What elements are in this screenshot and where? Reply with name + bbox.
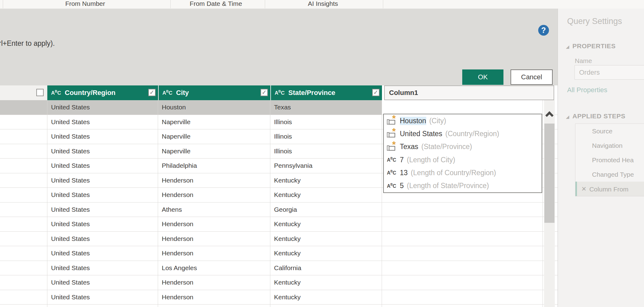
state-province-cell[interactable]: Pennsylvania (270, 159, 382, 173)
new-column-cell[interactable] (384, 217, 543, 231)
row-number-cell[interactable] (0, 173, 47, 188)
state-province-cell[interactable]: Texas (270, 100, 382, 115)
new-column-cell[interactable] (384, 290, 543, 305)
ribbon-group-ai-insights[interactable]: AI Insights (308, 0, 338, 7)
table-row[interactable] (0, 305, 558, 307)
state-province-cell[interactable]: Illinois (270, 129, 382, 144)
country-region-cell[interactable]: United States (47, 188, 158, 202)
table-row[interactable]: United StatesHendersonKentucky (0, 232, 558, 246)
state-province-cell[interactable]: Kentucky (270, 188, 382, 202)
column-header-country-region[interactable]: ABC Country/Region (47, 85, 158, 100)
collapse-triangle-icon[interactable]: ◢ (566, 114, 569, 119)
table-row[interactable]: United StatesHendersonKentucky (0, 275, 558, 290)
row-number-cell[interactable] (0, 188, 47, 202)
suggestion-item[interactable]: *Houston(City) (384, 114, 542, 127)
suggestion-item[interactable]: *Texas(State/Province) (384, 140, 542, 153)
applied-step-item[interactable]: Source (575, 124, 644, 138)
properties-section-header[interactable]: ◢PROPERTIES (566, 42, 616, 50)
table-row[interactable]: United StatesLos AngelesCalifornia (0, 261, 558, 276)
ribbon-group-from-number[interactable]: From Number (65, 0, 105, 7)
row-number-cell[interactable] (0, 159, 47, 173)
row-number-cell[interactable] (0, 232, 47, 246)
country-region-cell[interactable]: United States (47, 129, 158, 144)
new-column-cell[interactable] (384, 275, 543, 290)
suggestion-item[interactable]: ABC7(Length of City) (384, 153, 542, 166)
city-cell[interactable]: Los Angeles (158, 261, 270, 275)
country-region-cell[interactable]: United States (47, 100, 158, 115)
city-cell[interactable]: Henderson (158, 290, 270, 305)
state-province-cell[interactable]: Kentucky (270, 246, 382, 261)
new-column-header[interactable]: Column1 (384, 85, 554, 100)
city-cell[interactable]: Naperville (158, 115, 270, 129)
applied-step-item[interactable]: ×Column From (575, 182, 644, 196)
table-row[interactable]: United StatesAthensGeorgia (0, 203, 558, 217)
city-cell[interactable]: Henderson (158, 232, 270, 246)
column-checkbox[interactable] (372, 89, 380, 96)
new-column-cell[interactable] (384, 246, 543, 261)
table-row[interactable]: United StatesHendersonKentucky (0, 290, 558, 305)
state-province-cell[interactable]: Kentucky (270, 173, 382, 188)
country-region-cell[interactable]: United States (47, 217, 158, 231)
city-cell[interactable]: Henderson (158, 246, 270, 261)
new-column-cell[interactable] (384, 232, 543, 246)
column-header-state-province[interactable]: ABC State/Province (270, 85, 382, 100)
row-number-cell[interactable] (0, 203, 47, 217)
new-column-cell[interactable] (384, 203, 543, 217)
new-column-cell[interactable] (384, 100, 543, 115)
suggestion-item[interactable]: *United States(Country/Region) (384, 127, 542, 140)
scrollbar-thumb[interactable] (544, 124, 555, 223)
collapse-triangle-icon[interactable]: ◢ (566, 44, 569, 49)
country-region-cell[interactable]: United States (47, 115, 158, 129)
cancel-button[interactable]: Cancel (511, 69, 553, 85)
country-region-cell[interactable]: United States (47, 203, 158, 217)
suggestion-item[interactable]: ABC5(Length of State/Province) (384, 179, 542, 192)
country-region-cell[interactable]: United States (47, 159, 158, 173)
state-province-cell[interactable]: Kentucky (270, 232, 382, 246)
state-province-cell[interactable]: Georgia (270, 203, 382, 217)
city-cell[interactable]: Naperville (158, 144, 270, 159)
row-number-cell[interactable] (0, 246, 47, 261)
applied-step-item[interactable]: Navigation (575, 138, 644, 153)
row-number-cell[interactable] (0, 115, 47, 129)
city-cell[interactable]: Philadelphia (158, 159, 270, 173)
help-icon[interactable]: ? (538, 25, 549, 36)
country-region-cell[interactable]: United States (47, 232, 158, 246)
city-cell[interactable]: Henderson (158, 275, 270, 290)
row-number-cell[interactable] (0, 100, 47, 115)
suggestion-item[interactable]: ABC13(Length of Country/Region) (384, 166, 542, 179)
vertical-scrollbar[interactable] (544, 100, 555, 307)
country-region-cell[interactable]: United States (47, 290, 158, 305)
applied-step-item[interactable]: Changed Type (575, 167, 644, 182)
table-row[interactable]: United StatesHoustonTexas (0, 100, 558, 115)
row-number-cell[interactable] (0, 275, 47, 290)
scroll-up-icon[interactable] (545, 111, 554, 120)
applied-step-item[interactable]: Promoted Hea (575, 153, 644, 167)
city-cell[interactable]: Naperville (158, 129, 270, 144)
delete-step-icon[interactable]: × (582, 182, 586, 196)
ribbon-group-from-date-time[interactable]: From Date & Time (190, 0, 242, 7)
select-all-checkbox[interactable] (36, 89, 44, 96)
country-region-cell[interactable]: United States (47, 144, 158, 159)
state-province-cell[interactable]: Kentucky (270, 290, 382, 305)
row-number-cell[interactable] (0, 144, 47, 159)
city-cell[interactable]: Houston (158, 100, 270, 115)
country-region-cell[interactable]: United States (47, 275, 158, 290)
state-province-cell[interactable]: Kentucky (270, 217, 382, 231)
city-cell[interactable]: Henderson (158, 217, 270, 231)
state-province-cell[interactable]: Kentucky (270, 275, 382, 290)
new-column-cell[interactable] (384, 261, 543, 275)
country-region-cell[interactable]: United States (47, 261, 158, 275)
applied-steps-section-header[interactable]: ◢APPLIED STEPS (566, 112, 625, 120)
column-checkbox[interactable] (260, 89, 268, 96)
column-checkbox[interactable] (148, 89, 156, 96)
state-province-cell[interactable]: California (270, 261, 382, 275)
state-province-cell[interactable]: Illinois (270, 144, 382, 159)
column-header-city[interactable]: ABC City (158, 85, 270, 100)
all-properties-link[interactable]: All Properties (567, 86, 607, 94)
city-cell[interactable]: Henderson (158, 188, 270, 202)
row-number-cell[interactable] (0, 290, 47, 305)
city-cell[interactable]: Henderson (158, 173, 270, 188)
table-row[interactable]: United StatesHendersonKentucky (0, 246, 558, 261)
country-region-cell[interactable]: United States (47, 173, 158, 188)
row-number-cell[interactable] (0, 217, 47, 231)
